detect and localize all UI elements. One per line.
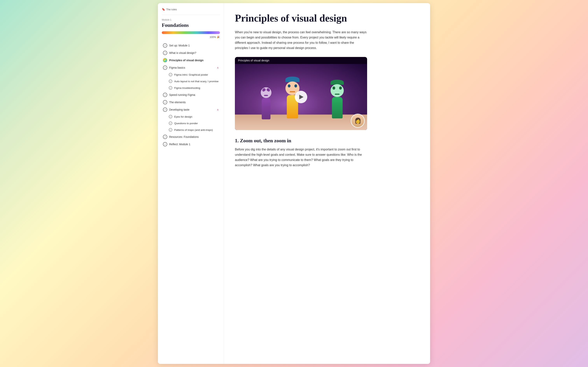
play-button[interactable] — [295, 91, 307, 103]
nav-item-label-principles: Principles of visual design — [169, 59, 219, 62]
expand-icon-developing-taste[interactable]: ∧ — [217, 108, 219, 111]
progress-bar-container — [162, 31, 220, 34]
progress-label: 100% 🎉 — [162, 36, 220, 39]
nav-item-speed-running[interactable]: ✓ Speed running Figma — [162, 91, 220, 98]
nav-item-figma-trouble[interactable]: ✓ Figma troubleshooting — [162, 85, 220, 91]
intro-text: When you're new to visual design, the pr… — [235, 30, 367, 51]
character-3 — [331, 80, 344, 118]
nav-item-questions[interactable]: ✓ Questions to ponder — [162, 120, 220, 126]
nav-item-label-what-is: What is visual design? — [169, 51, 219, 54]
nav-item-label-questions: Questions to ponder — [174, 122, 219, 125]
main-content: Principles of visual design When you're … — [224, 3, 430, 364]
nav-item-setup[interactable]: ✓ Set up: Module 1 — [162, 42, 220, 49]
nav-item-figma-basics[interactable]: ✓ Figma basics ∧ — [162, 64, 220, 71]
check-icon-eyes-for-design: ✓ — [169, 115, 172, 118]
video-body[interactable]: 👩 — [235, 64, 367, 130]
nav-item-patterns[interactable]: ✓ Patterns of inspo (and anti-inspo) — [162, 127, 220, 133]
avatar-face: 👩 — [351, 114, 364, 127]
section1-text: Before you dig into the details of any v… — [235, 147, 367, 168]
nav-item-reflect[interactable]: ✓ Reflect: Module 1 — [162, 141, 220, 148]
check-icon-the-elements: ✓ — [163, 100, 167, 104]
nav-item-label-resources: Resources: Foundations — [169, 135, 219, 138]
nav-item-eyes-for-design[interactable]: ✓ Eyes for design — [162, 114, 220, 120]
nav-item-label-figma-trouble: Figma troubleshooting — [174, 86, 219, 89]
nav-item-label-patterns: Patterns of inspo (and anti-inspo) — [174, 128, 219, 131]
nav-item-label-developing-taste: Developing taste — [169, 108, 215, 111]
check-icon-principles: ✓ — [163, 58, 167, 62]
check-icon-patterns: ✓ — [169, 128, 172, 132]
nav-item-label-reflect: Reflect: Module 1 — [169, 143, 219, 146]
video-scene: 👩 — [235, 64, 367, 130]
expand-icon-figma-basics[interactable]: ∧ — [217, 66, 219, 69]
check-icon-resources: ✓ — [163, 135, 167, 139]
progress-bar — [162, 31, 220, 34]
check-icon-what-is: ✓ — [163, 51, 167, 55]
check-icon-setup: ✓ — [163, 43, 167, 48]
section1-heading: 1. Zoom out, then zoom in — [235, 138, 419, 144]
play-triangle-icon — [299, 95, 303, 99]
nav-item-resources[interactable]: ✓ Resources: Foundations — [162, 133, 220, 140]
nav-item-principles[interactable]: ✓ Principles of visual design — [162, 57, 220, 64]
sidebar-divider — [162, 15, 220, 15]
nav-item-label-setup: Set up: Module 1 — [169, 44, 219, 47]
module-label: Module 1 — [162, 18, 220, 21]
module-title: Foundations — [162, 22, 220, 28]
sidebar: 🔖 The rules Module 1 Foundations 100% 🎉 … — [158, 3, 224, 364]
page-title: Principles of visual design — [235, 12, 419, 24]
nav-item-the-elements[interactable]: ✓ The elements — [162, 99, 220, 106]
nav-item-label-figma-intro: Figma intro: Graphical poster — [174, 73, 219, 76]
nav-item-label-auto-layout: Auto layout is not that scary, I promise — [174, 80, 219, 83]
video-header: Principles of visual design — [235, 57, 367, 64]
nav-item-auto-layout[interactable]: ✓ Auto layout is not that scary, I promi… — [162, 78, 220, 84]
nav-item-label-speed-running: Speed running Figma — [169, 93, 219, 96]
check-icon-reflect: ✓ — [163, 142, 167, 146]
check-icon-speed-running: ✓ — [163, 93, 167, 97]
check-icon-figma-intro: ✓ — [169, 73, 172, 76]
nav-item-developing-taste[interactable]: ✓ Developing taste ∧ — [162, 106, 220, 113]
back-button[interactable]: 🔖 The rules — [162, 8, 220, 11]
bookmark-icon: 🔖 — [162, 8, 165, 11]
nav-item-label-the-elements: The elements — [169, 101, 219, 104]
scene-floor — [235, 115, 367, 130]
check-icon-questions: ✓ — [169, 122, 172, 125]
video-container: Principles of visual design — [235, 57, 367, 130]
check-icon-figma-basics: ✓ — [163, 66, 167, 70]
nav-item-what-is[interactable]: ✓ What is visual design? — [162, 49, 220, 56]
back-label: The rules — [166, 8, 177, 11]
check-icon-figma-trouble: ✓ — [169, 86, 172, 90]
app-container: 🔖 The rules Module 1 Foundations 100% 🎉 … — [158, 3, 430, 364]
nav-item-label-eyes-for-design: Eyes for design — [174, 115, 219, 118]
check-icon-auto-layout: ✓ — [169, 80, 172, 83]
nav-item-label-figma-basics: Figma basics — [169, 66, 215, 69]
check-icon-developing-taste: ✓ — [163, 108, 167, 112]
instructor-avatar: 👩 — [351, 114, 365, 128]
nav-items: ✓ Set up: Module 1 ✓ What is visual desi… — [162, 42, 220, 148]
nav-item-figma-intro[interactable]: ✓ Figma intro: Graphical poster — [162, 72, 220, 78]
character-1 — [258, 87, 274, 118]
